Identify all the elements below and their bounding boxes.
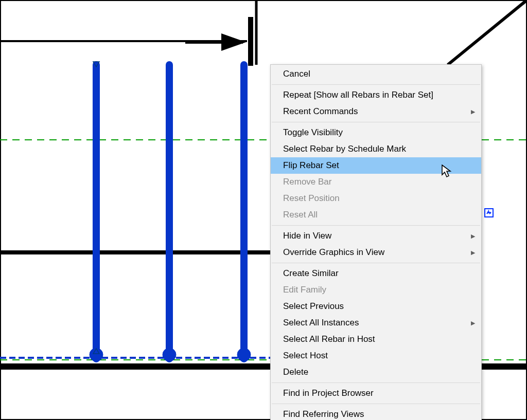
svg-point-13 <box>90 348 103 361</box>
menu-reset-all: Reset All <box>271 207 481 223</box>
menu-remove-bar: Remove Bar <box>271 174 481 190</box>
menu-select-previous[interactable]: Select Previous <box>271 298 481 315</box>
svg-line-2 <box>448 0 527 65</box>
menu-repeat[interactable]: Repeat [Show all Rebars in Rebar Set] <box>271 87 481 103</box>
svg-point-15 <box>163 348 176 361</box>
menu-select-all-instances[interactable]: Select All Instances ▶ <box>271 315 481 331</box>
menu-item-label: Select All Instances <box>283 318 359 327</box>
svg-marker-18 <box>489 211 491 214</box>
menu-select-host[interactable]: Select Host <box>271 348 481 364</box>
menu-select-by-schedule-mark[interactable]: Select Rebar by Schedule Mark <box>271 141 481 157</box>
chevron-right-icon: ▶ <box>471 317 475 328</box>
menu-flip-rebar-set[interactable]: Flip Rebar Set <box>271 157 481 174</box>
svg-point-17 <box>237 348 251 361</box>
menu-toggle-visibility[interactable]: Toggle Visibility <box>271 124 481 141</box>
menu-find-in-project-browser[interactable]: Find in Project Browser <box>271 385 481 401</box>
menu-item-label: Hide in View <box>283 231 331 241</box>
chevron-right-icon: ▶ <box>471 230 475 242</box>
menu-recent-commands[interactable]: Recent Commands ▶ <box>271 103 481 120</box>
menu-find-referring-views[interactable]: Find Referring Views <box>271 406 481 420</box>
menu-create-similar[interactable]: Create Similar <box>271 265 481 282</box>
chevron-right-icon: ▶ <box>471 106 475 117</box>
chevron-right-icon: ▶ <box>471 247 475 258</box>
rebar-set[interactable] <box>90 65 251 361</box>
menu-hide-in-view[interactable]: Hide in View ▶ <box>271 228 481 244</box>
menu-edit-family: Edit Family <box>271 282 481 298</box>
menu-delete[interactable]: Delete <box>271 364 481 380</box>
menu-override-graphics[interactable]: Override Graphics in View ▶ <box>271 244 481 261</box>
menu-cancel[interactable]: Cancel <box>271 66 481 82</box>
menu-select-all-rebar-in-host[interactable]: Select All Rebar in Host <box>271 331 481 348</box>
flip-control-icon[interactable] <box>484 208 494 217</box>
menu-item-label: Recent Commands <box>283 106 358 116</box>
context-menu: Cancel Repeat [Show all Rebars in Rebar … <box>270 64 482 420</box>
menu-item-label: Override Graphics in View <box>283 247 384 257</box>
svg-marker-5 <box>221 33 246 51</box>
menu-reset-position: Reset Position <box>271 190 481 207</box>
